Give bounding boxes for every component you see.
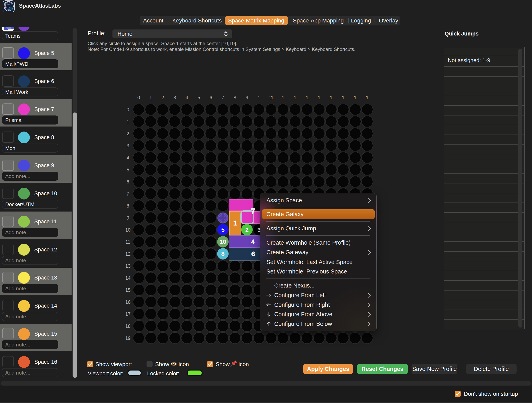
svg-text:16: 16 <box>126 299 131 305</box>
svg-text:7: 7 <box>222 95 224 100</box>
svg-text:3: 3 <box>127 143 129 148</box>
svg-text:1: 1 <box>258 95 260 100</box>
svg-text:4: 4 <box>185 95 188 100</box>
svg-text:9: 9 <box>127 215 129 221</box>
svg-text:5: 5 <box>221 226 225 233</box>
svg-text:1: 1 <box>127 119 129 124</box>
svg-text:17: 17 <box>126 311 131 317</box>
svg-text:7: 7 <box>251 207 255 216</box>
svg-text:12: 12 <box>126 251 131 257</box>
svg-text:1: 1 <box>233 219 237 227</box>
svg-text:10: 10 <box>220 238 226 245</box>
svg-text:4: 4 <box>127 155 129 160</box>
svg-text:2: 2 <box>127 131 129 136</box>
svg-text:1: 1 <box>342 95 344 100</box>
svg-text:2: 2 <box>161 95 164 100</box>
svg-text:1: 1 <box>306 95 308 100</box>
svg-text:6: 6 <box>127 179 129 185</box>
svg-text:7: 7 <box>127 191 129 197</box>
svg-text:8: 8 <box>234 95 236 100</box>
svg-text:1: 1 <box>330 95 332 100</box>
svg-text:0: 0 <box>127 107 129 112</box>
svg-text:15: 15 <box>126 287 131 293</box>
svg-text:19: 19 <box>126 335 131 341</box>
svg-text:6: 6 <box>251 250 255 258</box>
svg-text:18: 18 <box>126 323 131 329</box>
svg-text:1: 1 <box>354 95 356 100</box>
svg-text:1: 1 <box>282 95 284 100</box>
svg-text:4: 4 <box>251 238 255 246</box>
svg-text:1: 1 <box>366 95 368 100</box>
svg-text:3: 3 <box>173 95 176 100</box>
svg-text:6: 6 <box>209 95 212 100</box>
svg-text:13: 13 <box>126 263 131 269</box>
svg-text:1: 1 <box>149 95 152 100</box>
svg-text:1: 1 <box>318 95 320 100</box>
svg-text:11: 11 <box>269 95 274 100</box>
svg-text:8: 8 <box>127 203 129 209</box>
svg-text:9: 9 <box>246 95 248 100</box>
svg-text:11: 11 <box>126 239 130 245</box>
svg-text:10: 10 <box>126 227 131 233</box>
svg-text:5: 5 <box>197 95 200 100</box>
svg-text:0: 0 <box>137 95 140 100</box>
svg-text:14: 14 <box>126 275 131 281</box>
svg-text:2: 2 <box>245 226 249 233</box>
svg-text:1: 1 <box>294 95 296 100</box>
svg-text:8: 8 <box>221 250 225 257</box>
svg-text:5: 5 <box>127 167 129 173</box>
